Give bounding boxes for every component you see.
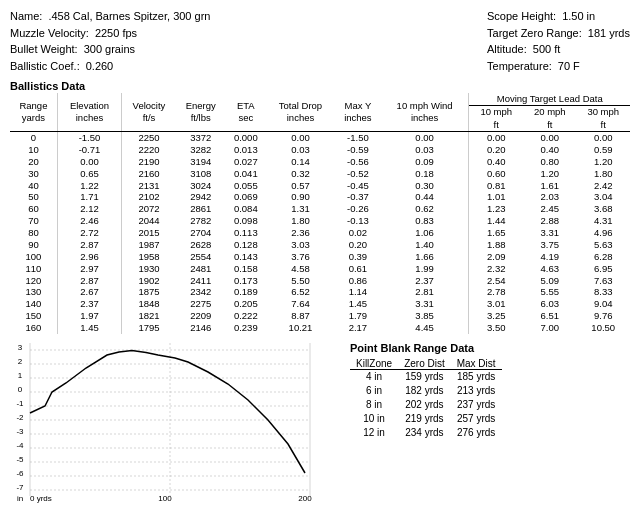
- cell-mph20: 4.63: [523, 263, 576, 275]
- cell-energy: 3024: [176, 180, 226, 192]
- cell-max_y: 1.79: [335, 310, 381, 322]
- table-row: 602.12207228610.0841.31-0.260.621.232.45…: [10, 203, 630, 215]
- cell-energy: 2209: [176, 310, 226, 322]
- cell-wind10: 0.44: [381, 191, 469, 203]
- svg-text:-1: -1: [16, 399, 24, 408]
- cell-total_drop: 0.57: [266, 180, 335, 192]
- target-value: 181 yrds: [588, 25, 630, 42]
- cell-range: 60: [10, 203, 57, 215]
- pbr-table-row: 10 in219 yrds257 yrds: [350, 412, 502, 426]
- cell-total_drop: 7.64: [266, 298, 335, 310]
- cell-mph30: 4.96: [576, 227, 630, 239]
- cell-eta: 0.158: [226, 263, 266, 275]
- cell-energy: 2704: [176, 227, 226, 239]
- pbr-cell-zero_dist: 202 yrds: [398, 398, 451, 412]
- pbr-cell-max_dist: 276 yrds: [451, 426, 502, 440]
- cell-elevation: 2.97: [57, 263, 121, 275]
- cell-max_y: -0.45: [335, 180, 381, 192]
- cell-total_drop: 1.80: [266, 215, 335, 227]
- cell-total_drop: 4.58: [266, 263, 335, 275]
- cell-eta: 0.069: [226, 191, 266, 203]
- cell-wind10: 3.31: [381, 298, 469, 310]
- table-row: 1601.45179521460.23910.212.174.453.507.0…: [10, 322, 630, 334]
- cell-velocity: 1848: [122, 298, 176, 310]
- svg-text:1: 1: [18, 371, 23, 380]
- svg-text:0: 0: [18, 385, 23, 394]
- cell-mph30: 9.04: [576, 298, 630, 310]
- cell-range: 70: [10, 215, 57, 227]
- col-energy: Energy ft/lbs: [176, 93, 226, 132]
- svg-text:100: 100: [158, 494, 172, 503]
- cell-velocity: 2015: [122, 227, 176, 239]
- col-total-drop: Total Drop inches: [266, 93, 335, 132]
- cell-eta: 0.027: [226, 156, 266, 168]
- cell-eta: 0.222: [226, 310, 266, 322]
- cell-energy: 2275: [176, 298, 226, 310]
- cell-max_y: -0.37: [335, 191, 381, 203]
- cell-eta: 0.143: [226, 251, 266, 263]
- cell-wind10: 1.06: [381, 227, 469, 239]
- cell-total_drop: 0.14: [266, 156, 335, 168]
- cell-range: 10: [10, 144, 57, 156]
- table-row: 1501.97182122090.2228.871.793.853.256.51…: [10, 310, 630, 322]
- table-row: 902.87198726280.1283.030.201.401.883.755…: [10, 239, 630, 251]
- pbr-cell-max_dist: 257 yrds: [451, 412, 502, 426]
- cell-max_y: 1.14: [335, 286, 381, 298]
- cell-mph30: 3.68: [576, 203, 630, 215]
- table-row: 401.22213130240.0550.57-0.450.300.811.61…: [10, 180, 630, 192]
- cell-wind10: 1.66: [381, 251, 469, 263]
- col-elevation: Elevation inches: [57, 93, 121, 132]
- cell-energy: 2554: [176, 251, 226, 263]
- page: Name: .458 Cal, Barnes Spitzer, 300 grn …: [0, 0, 640, 516]
- cell-wind10: 3.85: [381, 310, 469, 322]
- cell-elevation: -0.71: [57, 144, 121, 156]
- cell-total_drop: 2.36: [266, 227, 335, 239]
- pbr-col-max: Max Dist: [451, 358, 502, 370]
- cell-mph20: 2.88: [523, 215, 576, 227]
- svg-text:2: 2: [18, 357, 23, 366]
- cell-mph30: 5.63: [576, 239, 630, 251]
- pbr-cell-killzone: 10 in: [350, 412, 398, 426]
- cell-elevation: 1.45: [57, 322, 121, 334]
- cell-max_y: 0.61: [335, 263, 381, 275]
- table-row: 501.71210229420.0690.90-0.370.441.012.03…: [10, 191, 630, 203]
- cell-mph10: 0.20: [469, 144, 523, 156]
- cell-mph20: 6.51: [523, 310, 576, 322]
- svg-text:-7: -7: [16, 483, 24, 492]
- cell-energy: 3108: [176, 168, 226, 180]
- cell-range: 40: [10, 180, 57, 192]
- cell-energy: 3282: [176, 144, 226, 156]
- cell-total_drop: 5.50: [266, 275, 335, 287]
- cell-max_y: -1.50: [335, 132, 381, 144]
- cell-wind10: 0.30: [381, 180, 469, 192]
- cell-mph10: 0.81: [469, 180, 523, 192]
- table-row: 1102.97193024810.1584.580.611.992.324.63…: [10, 263, 630, 275]
- cell-mph20: 5.09: [523, 275, 576, 287]
- cell-range: 100: [10, 251, 57, 263]
- pbr-col-zero: Zero Dist: [398, 358, 451, 370]
- cell-mph30: 1.20: [576, 156, 630, 168]
- cell-mph10: 3.50: [469, 322, 523, 334]
- bullet-value: 300 grains: [84, 41, 135, 58]
- cell-wind10: 1.40: [381, 239, 469, 251]
- cell-mph30: 10.50: [576, 322, 630, 334]
- cell-mph30: 3.04: [576, 191, 630, 203]
- cell-wind10: 0.83: [381, 215, 469, 227]
- header: Name: .458 Cal, Barnes Spitzer, 300 grn …: [10, 8, 630, 74]
- cell-velocity: 2190: [122, 156, 176, 168]
- cell-wind10: 0.03: [381, 144, 469, 156]
- svg-text:200: 200: [298, 494, 312, 503]
- cell-eta: 0.128: [226, 239, 266, 251]
- cell-mph30: 8.33: [576, 286, 630, 298]
- cell-energy: 2146: [176, 322, 226, 334]
- cell-energy: 2942: [176, 191, 226, 203]
- svg-text:-2: -2: [16, 413, 24, 422]
- cell-total_drop: 0.90: [266, 191, 335, 203]
- table-row: 10-0.71222032820.0130.03-0.590.030.200.4…: [10, 144, 630, 156]
- cell-mph10: 0.00: [469, 132, 523, 144]
- cell-total_drop: 8.87: [266, 310, 335, 322]
- cell-elevation: 0.00: [57, 156, 121, 168]
- cell-elevation: 2.37: [57, 298, 121, 310]
- cell-mph30: 0.00: [576, 132, 630, 144]
- cell-velocity: 1987: [122, 239, 176, 251]
